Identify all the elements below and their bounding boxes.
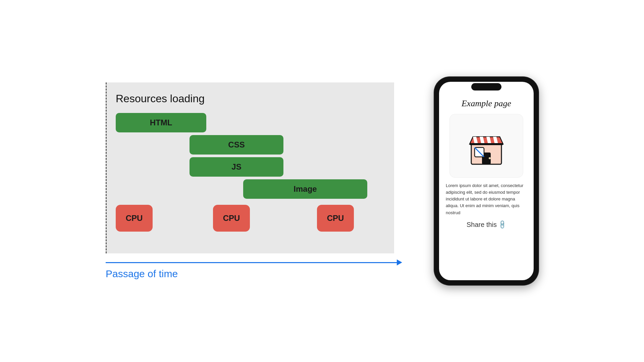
link-icon: 🔗: [497, 220, 507, 230]
html-bar-row: HTML: [116, 113, 384, 132]
js-bar: JS: [190, 157, 283, 177]
cpu-label-1: CPU: [126, 214, 143, 223]
phone-frame: Example page: [434, 77, 538, 285]
cpu-row: CPU CPU CPU: [109, 205, 384, 232]
dashed-left-border: [106, 82, 107, 253]
diagram-container: Resources loading HTML CSS JS: [106, 82, 394, 253]
share-label: Share this: [467, 221, 497, 229]
html-bar-label: HTML: [150, 118, 172, 127]
share-row[interactable]: Share this 🔗: [467, 221, 506, 229]
css-bar-row: CSS: [116, 135, 384, 155]
svg-rect-9: [470, 143, 503, 145]
svg-point-10: [489, 157, 491, 159]
cpu-label-2: CPU: [223, 214, 240, 223]
page-title: Example page: [462, 99, 511, 109]
time-arrow-head: [397, 259, 402, 265]
cpu-block-1: CPU: [116, 205, 153, 232]
time-arrow-line: [106, 259, 402, 265]
time-arrow-shaft: [106, 262, 397, 263]
image-bar: Image: [243, 179, 367, 199]
image-bar-label: Image: [293, 184, 317, 194]
phone-notch: [471, 83, 501, 90]
resource-bars: HTML CSS JS Image: [109, 113, 384, 201]
lorem-text: Lorem ipsum dolor sit amet, consectetur …: [446, 182, 527, 216]
store-icon: [465, 124, 508, 168]
time-arrow-container: Passage of time: [106, 259, 402, 280]
cpu-label-3: CPU: [327, 214, 344, 223]
phone-section: Example page: [434, 77, 538, 285]
html-bar: HTML: [116, 113, 206, 132]
css-bar-label: CSS: [228, 140, 245, 149]
store-image-box: [449, 114, 523, 178]
time-label: Passage of time: [106, 268, 402, 280]
cpu-block-3: CPU: [317, 205, 354, 232]
css-bar: CSS: [190, 135, 283, 155]
js-bar-row: JS: [116, 157, 384, 177]
image-bar-row: Image: [116, 179, 384, 199]
js-bar-label: JS: [231, 162, 241, 172]
phone-screen: Example page: [439, 82, 534, 280]
diagram-title: Resources loading: [116, 93, 384, 105]
diagram-section: Resources loading HTML CSS JS: [106, 82, 408, 280]
cpu-block-2: CPU: [213, 205, 250, 232]
